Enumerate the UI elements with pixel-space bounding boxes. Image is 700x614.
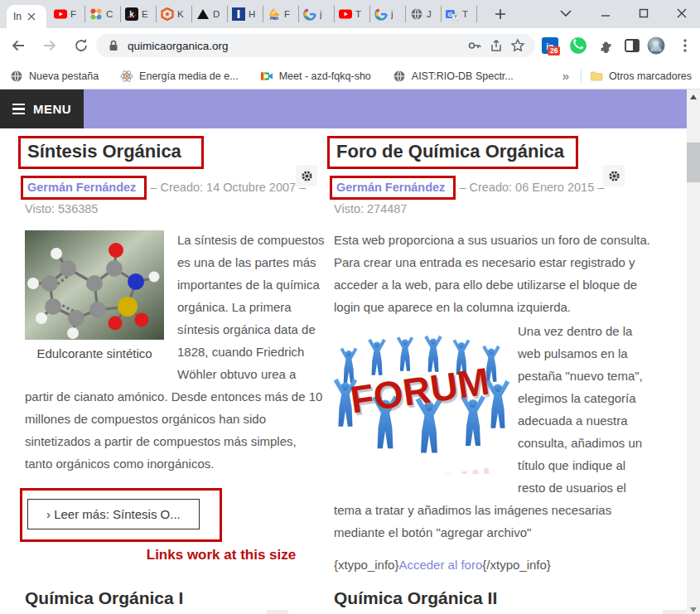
bookmark-energia[interactable]: Energía media de e...	[120, 70, 239, 83]
address-bar[interactable]: quimicaorganica.org	[96, 34, 535, 57]
new-tab-button[interactable]	[490, 4, 510, 24]
svg-text:k: k	[129, 10, 134, 19]
whatsapp-extension-button[interactable]	[569, 36, 587, 55]
google-icon	[374, 7, 388, 21]
blue-i-icon	[232, 7, 245, 21]
avatar	[647, 36, 665, 55]
article-title: Foro de Química Orgánica	[334, 136, 656, 169]
close-window-button[interactable]	[669, 0, 694, 27]
side-panel-button[interactable]	[623, 36, 641, 55]
view-count: Visto: 536385	[25, 202, 98, 215]
extensions-button[interactable]	[596, 36, 615, 55]
gear-icon	[301, 170, 313, 182]
divider	[581, 69, 582, 84]
folder-icon	[590, 70, 603, 83]
readmore-wrap: › Leer más: Síntesis O...	[25, 488, 325, 542]
view-count: Visto: 274487	[334, 202, 407, 215]
profile-avatar[interactable]	[647, 36, 665, 55]
scroll-up-arrow-icon[interactable]	[690, 94, 697, 99]
chevron-down-icon	[560, 10, 572, 17]
side-panel-icon	[623, 36, 641, 55]
site-header-banner: MENU	[0, 89, 687, 128]
next-article-title-left[interactable]: Química Orgánica I	[25, 588, 183, 608]
bookmark-meet[interactable]: Meet - azd-fqkq-sho	[260, 70, 371, 83]
bookmark-nueva-pestana[interactable]: Nueva pestaña	[10, 70, 99, 83]
forum-image[interactable]: FORUM FORUM FORUM	[334, 320, 509, 474]
forum-figure: FORUM FORUM FORUM	[334, 320, 509, 477]
tab-translate[interactable]: G T	[442, 6, 477, 22]
tab-google[interactable]: j	[299, 6, 335, 22]
close-icon	[677, 8, 687, 18]
annotation-box-title: Síntesis Orgánica	[18, 136, 204, 169]
svg-text:PMA: PMA	[270, 17, 279, 21]
article-edit-gear-button[interactable]	[603, 165, 625, 186]
tab-black-triangle[interactable]: D	[192, 6, 228, 22]
menu-button[interactable]: MENU	[0, 89, 84, 128]
linkedin-extension-button[interactable]: in 26	[541, 36, 559, 55]
browser-window: { "browser": { "active_tab": { "label": …	[0, 0, 700, 614]
atom-icon	[120, 70, 133, 83]
xtypo-line: {xtypo_info}Acceder al foro{/xtypo_info}	[334, 554, 656, 576]
forward-arrow-icon	[41, 37, 58, 54]
background-tabs: F C k E K D H PMA F j	[50, 2, 477, 26]
image-caption: Edulcorante sintético	[25, 345, 164, 363]
active-tab[interactable]: In	[7, 5, 46, 28]
scrollbar-thumb[interactable]	[687, 143, 700, 182]
globe-icon	[10, 70, 23, 83]
saccharin-molecule-image[interactable]	[25, 230, 164, 340]
back-button[interactable]	[8, 36, 28, 56]
tab-joomla[interactable]: C	[85, 6, 121, 22]
forum-link[interactable]: Acceder al foro	[398, 558, 482, 572]
plus-icon	[495, 8, 506, 20]
active-tab-title: In	[13, 11, 22, 22]
forward-button[interactable]	[40, 36, 60, 56]
globe-icon	[410, 7, 423, 21]
article-title-text[interactable]: Síntesis Orgánica	[27, 141, 181, 162]
bookmarks-overflow-button[interactable]: »	[562, 69, 569, 83]
whatsapp-icon	[569, 36, 587, 55]
tab-orange-hexagon[interactable]: K	[157, 6, 192, 22]
tab-black-k[interactable]: k E	[121, 6, 157, 22]
other-bookmarks-button[interactable]: Otros marcadores	[590, 70, 692, 83]
article-sintesis-organica: Síntesis Orgánica Germán Fernández – Cre…	[25, 136, 325, 542]
page-viewport: MENU Síntesis Orgánica Germán Fernández …	[0, 89, 700, 614]
article-byline: Germán Fernández – Creado: 14 Octubre 20…	[25, 176, 325, 219]
tab-google-2[interactable]: j	[370, 6, 406, 22]
tab-globe[interactable]: J	[406, 6, 442, 22]
annotation-box-author: Germán Fernández	[330, 176, 456, 200]
tab-blue-i[interactable]: H	[228, 6, 263, 22]
article-edit-gear-button[interactable]	[296, 165, 317, 186]
bookmarks-right: » Otros marcadores	[562, 69, 692, 84]
read-more-button[interactable]: › Leer más: Síntesis O...	[27, 499, 200, 529]
annotation-box-title: Foro de Química Orgánica	[327, 136, 578, 169]
share-icon[interactable]	[489, 38, 504, 53]
translate-icon: G	[446, 7, 459, 21]
author-link[interactable]: Germán Fernández	[27, 181, 136, 194]
tab-youtube-2[interactable]: T	[335, 6, 370, 22]
browser-toolbar: quimicaorganica.org in 26	[0, 28, 700, 63]
close-tab-icon[interactable]	[27, 12, 36, 21]
joomla-icon	[89, 7, 103, 21]
reload-icon	[73, 37, 89, 54]
minimize-button[interactable]	[593, 0, 618, 27]
tab-youtube[interactable]: F	[50, 6, 85, 22]
bookmark-star-icon[interactable]	[510, 38, 525, 53]
password-key-icon[interactable]	[467, 38, 482, 53]
url-text[interactable]: quimicaorganica.org	[128, 40, 461, 52]
menu-kebab-button[interactable]	[676, 36, 694, 55]
maximize-button[interactable]	[631, 0, 656, 27]
profile-chevron-button[interactable]	[553, 0, 578, 27]
page-scrollbar[interactable]	[687, 89, 700, 614]
bookmarks-bar: Nueva pestaña Energía media de e... Meet…	[0, 63, 700, 89]
xtypo-suffix: {/xtypo_info}	[482, 558, 551, 572]
reload-button[interactable]	[71, 36, 91, 56]
tab-phpmyadmin[interactable]: PMA F	[263, 6, 299, 22]
black-k-icon: k	[125, 7, 138, 21]
article-title-text[interactable]: Foro de Química Orgánica	[336, 141, 564, 162]
author-link[interactable]: Germán Fernández	[336, 181, 445, 194]
bookmark-aist[interactable]: AIST:RIO-DB Spectr...	[393, 70, 514, 83]
article-foro-quimica: Foro de Química Orgánica Germán Fernánde…	[334, 136, 656, 576]
puzzle-icon	[596, 36, 615, 55]
scroll-down-arrow-icon[interactable]	[690, 607, 697, 612]
next-article-title-right[interactable]: Química Orgánica II	[334, 588, 497, 608]
